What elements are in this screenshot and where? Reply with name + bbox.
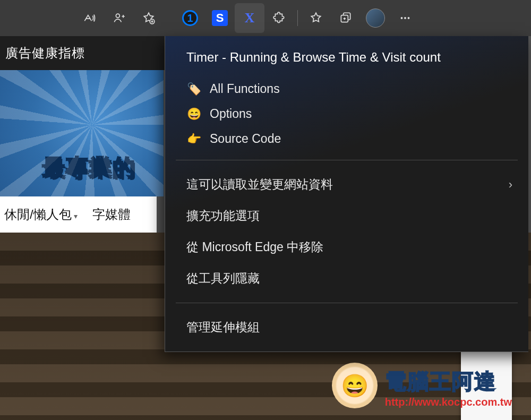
- toolbar-divider: [297, 10, 298, 26]
- svg-point-5: [408, 17, 410, 19]
- collections-icon: [339, 11, 353, 25]
- extension-s[interactable]: S: [205, 3, 235, 33]
- menu-separator: [176, 160, 518, 160]
- site-secondary-bar: 廣告健康指標: [0, 36, 165, 70]
- read-aloud-button[interactable]: [74, 3, 104, 33]
- extensions-button[interactable]: [264, 3, 294, 33]
- extension-1password[interactable]: 1: [175, 3, 205, 33]
- site-tab-label[interactable]: 廣告健康指標: [5, 45, 85, 62]
- chevron-down-icon: ▾: [74, 212, 78, 220]
- puzzle-icon: [272, 11, 286, 25]
- tag-icon: 🏷️: [186, 82, 201, 96]
- profile-add-button[interactable]: [104, 3, 134, 33]
- timer-icon: X: [241, 10, 258, 27]
- chevron-right-icon: ›: [509, 178, 512, 192]
- menu-link-label: Source Code: [210, 132, 281, 146]
- profile-avatar[interactable]: [361, 3, 390, 33]
- watermark-title: 電腦王阿達: [385, 367, 512, 396]
- menu-item-label: 從 Microsoft Edge 中移除: [186, 239, 323, 255]
- point-icon: 👉: [186, 132, 201, 146]
- more-button[interactable]: [390, 3, 420, 33]
- menu-link-label: Options: [210, 107, 252, 121]
- add-favorite-button[interactable]: [134, 3, 164, 33]
- site-watermark: 😄 電腦王阿達 http://www.kocpc.com.tw: [332, 363, 512, 408]
- collections-button[interactable]: [331, 3, 361, 33]
- menu-title: Timer - Running & Browse Time & Visit co…: [165, 48, 528, 76]
- star-icon: [309, 11, 323, 25]
- menu-link-all-functions[interactable]: 🏷️ All Functions: [165, 76, 528, 101]
- menu-item-extension-options[interactable]: 擴充功能選項: [165, 200, 528, 232]
- mascot-icon: 😄: [332, 363, 378, 408]
- menu-link-options[interactable]: 😄 Options: [165, 101, 528, 126]
- smile-icon: 😄: [186, 107, 201, 121]
- svg-point-4: [404, 17, 406, 19]
- menu-separator: [176, 303, 518, 303]
- svg-point-0: [116, 14, 119, 18]
- hero-tagline: 最專業的: [42, 153, 136, 183]
- avatar-icon: [366, 8, 385, 28]
- menu-item-remove-from-edge[interactable]: 從 Microsoft Edge 中移除: [165, 232, 528, 263]
- menu-item-label: 從工具列隱藏: [186, 270, 260, 287]
- s-extension-icon: S: [212, 10, 228, 26]
- menu-item-read-change-data[interactable]: 這可以讀取並變更網站資料 ›: [165, 169, 528, 200]
- nav-item-leisure[interactable]: 休閒/懶人包▾: [4, 206, 78, 223]
- nav-item-media[interactable]: 字媒體: [92, 206, 131, 223]
- more-icon: [398, 11, 412, 25]
- site-hero: 最專業的: [0, 70, 164, 196]
- menu-item-label: 這可以讀取並變更網站資料: [186, 176, 333, 193]
- menu-link-source-code[interactable]: 👉 Source Code: [165, 126, 528, 151]
- svg-point-3: [401, 17, 403, 19]
- watermark-url: http://www.kocpc.com.tw: [385, 396, 512, 408]
- menu-item-label: 擴充功能選項: [186, 208, 260, 224]
- menu-item-hide-from-toolbar[interactable]: 從工具列隱藏: [165, 263, 528, 294]
- site-nav: 休閒/懶人包▾ 字媒體: [0, 196, 157, 233]
- menu-item-manage-extensions[interactable]: 管理延伸模組: [165, 312, 528, 343]
- menu-link-label: All Functions: [210, 82, 280, 96]
- onepassword-icon: 1: [182, 10, 198, 26]
- extension-context-menu: Timer - Running & Browse Time & Visit co…: [165, 36, 528, 352]
- browser-toolbar: 1 S X: [0, 0, 531, 36]
- favorites-button[interactable]: [301, 3, 331, 33]
- menu-item-label: 管理延伸模組: [186, 319, 260, 336]
- extension-timer[interactable]: X: [235, 3, 264, 33]
